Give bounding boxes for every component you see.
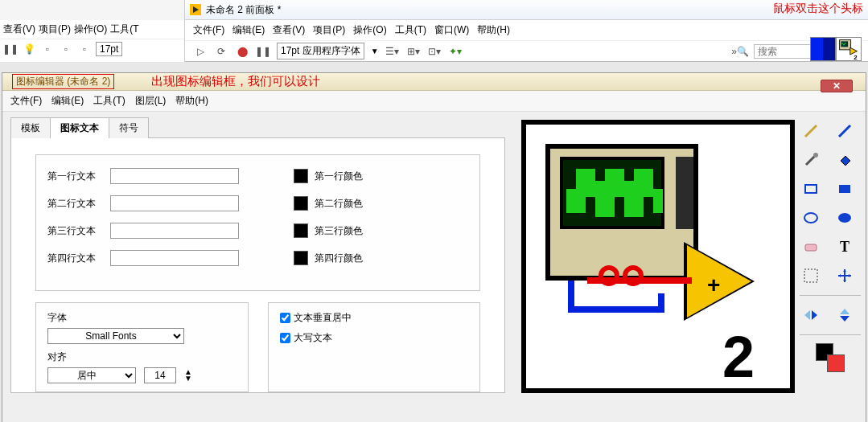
- font-select-editor[interactable]: Small Fonts: [47, 328, 184, 344]
- front-panel-window: 未命名 2 前面板 * 文件(F) 编辑(E) 查看(V) 项目(P) 操作(O…: [185, 0, 868, 62]
- color-picker[interactable]: [816, 343, 845, 372]
- search-icon[interactable]: »🔍: [733, 44, 747, 59]
- rect-tool-icon[interactable]: [800, 178, 822, 200]
- ed-menu-file[interactable]: 文件(F): [10, 94, 42, 108]
- row1-text-input[interactable]: [110, 168, 239, 184]
- pause-icon[interactable]: ❚❚: [3, 42, 18, 56]
- align-icon[interactable]: ☰▾: [385, 44, 400, 59]
- fill-tool-icon[interactable]: [833, 149, 856, 171]
- run-icon[interactable]: ▷: [193, 44, 208, 59]
- step-icon[interactable]: ▫: [59, 42, 73, 56]
- editor-title: 图标编辑器 (未命名 2): [12, 74, 114, 89]
- menu-view2[interactable]: 查看(V): [273, 23, 305, 37]
- abort-icon[interactable]: ⬤: [235, 44, 249, 59]
- tab-glyphs[interactable]: 符号: [109, 117, 149, 138]
- partial-toolbar: ❚❚ 💡 ▫ ▫ ▫ 17pt: [0, 39, 184, 59]
- vi-icon-thumbnail[interactable]: 2: [836, 37, 862, 61]
- menu-tools2[interactable]: 工具(T): [395, 23, 426, 37]
- editor-titlebar: 图标编辑器 (未命名 2) 出现图标编辑框，我们可以设计: [2, 73, 866, 91]
- svg-line-4: [805, 125, 817, 137]
- wave-px: [644, 169, 653, 197]
- menu-file[interactable]: 文件(F): [193, 23, 224, 37]
- scope-knobs-px: [676, 157, 693, 229]
- pause2-icon[interactable]: ❚❚: [256, 44, 270, 59]
- palette-separator2: [800, 334, 861, 335]
- row3-text-input[interactable]: [110, 223, 239, 239]
- chk2-checkbox[interactable]: [280, 333, 290, 343]
- icon-canvas[interactable]: + 2: [521, 120, 795, 393]
- svg-rect-9: [839, 185, 850, 193]
- wave-px: [615, 169, 624, 197]
- app-font-select[interactable]: 17pt 应用程序字体: [277, 43, 364, 59]
- row1-color-swatch[interactable]: [294, 169, 308, 183]
- ed-menu-layers[interactable]: 图层(L): [135, 94, 167, 108]
- step2-icon[interactable]: ▫: [77, 42, 92, 56]
- menu-project[interactable]: 项目(P): [39, 23, 71, 36]
- menu-view[interactable]: 查看(V): [3, 23, 35, 36]
- flip-v-tool-icon[interactable]: [833, 304, 856, 326]
- ed-menu-tools[interactable]: 工具(T): [93, 94, 125, 108]
- svg-text:2: 2: [854, 54, 858, 60]
- ed-menu-help[interactable]: 帮助(H): [175, 94, 208, 108]
- window-title: 未命名 2 前面板 *: [206, 3, 281, 17]
- svg-rect-12: [805, 244, 817, 251]
- row-1: 第一行文本 第一行颜色: [47, 168, 468, 184]
- row2-color-swatch[interactable]: [294, 196, 308, 211]
- menu-edit[interactable]: 编辑(E): [232, 23, 265, 37]
- menu-operate[interactable]: 操作(O): [74, 23, 107, 36]
- chk1-checkbox[interactable]: [280, 313, 290, 323]
- row4-text-input[interactable]: [110, 250, 239, 266]
- close-button[interactable]: ✕: [821, 80, 853, 92]
- ellipse-tool-icon[interactable]: [800, 207, 822, 229]
- menu-tools[interactable]: 工具(T: [110, 23, 138, 36]
- probe-icon[interactable]: ▫: [40, 42, 55, 56]
- menu-project2[interactable]: 项目(P): [313, 23, 345, 37]
- text-tool-icon[interactable]: T: [833, 236, 856, 258]
- chk-uppercase[interactable]: 大写文本: [280, 331, 469, 345]
- move-tool-icon[interactable]: [833, 264, 856, 287]
- connector-pane[interactable]: [810, 37, 836, 61]
- rect-filled-tool-icon[interactable]: [833, 178, 856, 200]
- select-tool-icon[interactable]: [800, 264, 822, 287]
- eraser-tool-icon[interactable]: [800, 236, 822, 258]
- search-input[interactable]: [754, 44, 818, 59]
- checks-sub: 文本垂直居中 大写文本: [268, 302, 481, 392]
- row1-label: 第一行文本: [47, 170, 104, 183]
- bulb-icon[interactable]: 💡: [22, 42, 36, 56]
- reorder-icon[interactable]: ✦▾: [448, 44, 463, 59]
- icon-editor-window: 图标编辑器 (未命名 2) 出现图标编辑框，我们可以设计 ✕ 文件(F) 编辑(…: [2, 72, 866, 422]
- ellipse-filled-tool-icon[interactable]: [833, 207, 856, 229]
- menu-window[interactable]: 窗口(W): [434, 23, 469, 37]
- flip-h-tool-icon[interactable]: [800, 304, 822, 326]
- run-cont-icon[interactable]: ⟳: [214, 44, 228, 59]
- align-select[interactable]: 居中: [47, 367, 136, 383]
- chk-vertical-center[interactable]: 文本垂直居中: [280, 311, 469, 325]
- svg-point-11: [838, 213, 851, 223]
- canvas-number: 2: [722, 324, 755, 390]
- row3-color-swatch[interactable]: [294, 223, 308, 238]
- vi-icon-header[interactable]: 2: [810, 37, 863, 61]
- resize-icon[interactable]: ⊡▾: [427, 44, 442, 59]
- tab-icon-text[interactable]: 图标文本: [50, 117, 109, 138]
- row1-color-label: 第一行颜色: [315, 170, 363, 183]
- wave-px: [634, 169, 644, 217]
- font-select[interactable]: 17pt: [96, 42, 122, 56]
- line-tool-icon[interactable]: [833, 120, 856, 142]
- row2-text-input[interactable]: [110, 195, 239, 211]
- pencil-tool-icon[interactable]: [800, 120, 822, 142]
- tab-templates[interactable]: 模板: [10, 117, 51, 138]
- ed-menu-edit[interactable]: 编辑(E): [51, 94, 84, 108]
- editor-menubar: 文件(F) 编辑(E) 工具(T) 图层(L) 帮助(H): [2, 91, 866, 112]
- row4-color-label: 第四行颜色: [315, 252, 363, 265]
- background-color-swatch[interactable]: [827, 354, 845, 372]
- text-rows-group: 第一行文本 第一行颜色 第二行文本 第二行颜色 第三行文本: [35, 154, 480, 291]
- distribute-icon[interactable]: ⊞▾: [406, 44, 421, 59]
- wave-px: [605, 169, 615, 217]
- font-size-input[interactable]: [144, 367, 176, 383]
- row4-color-swatch[interactable]: [294, 251, 308, 265]
- wave-px: [624, 181, 634, 217]
- eyedropper-tool-icon[interactable]: [800, 149, 822, 171]
- menu-operate2[interactable]: 操作(O): [353, 23, 386, 37]
- menu-help[interactable]: 帮助(H): [477, 23, 510, 37]
- stepper-icon[interactable]: ▲▼: [184, 369, 192, 382]
